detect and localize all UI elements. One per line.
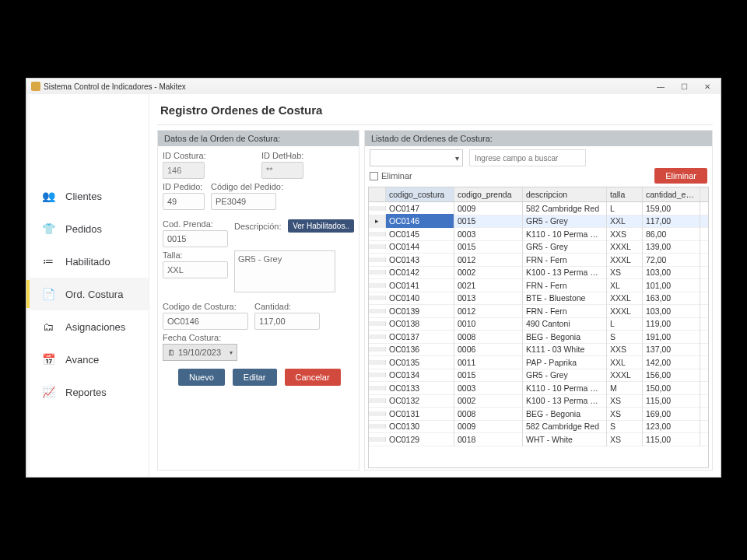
col-codigo-costura[interactable]: codigo_costura xyxy=(386,187,454,201)
sidebar-item-reportes[interactable]: 📈 Reportes xyxy=(26,376,149,408)
table-row[interactable]: OC01390012FRN - FernXXXL103,00 xyxy=(369,305,708,318)
cell-codigo-costura: OC0131 xyxy=(386,407,454,421)
cell-cantidad: 163,00 xyxy=(643,291,700,305)
cell-cantidad: 139,00 xyxy=(643,240,700,254)
table-row[interactable]: OC01420002K100 - 13 Perma BalckXS103,00 xyxy=(369,267,708,280)
users-icon: 👥 xyxy=(40,189,56,203)
input-id-pedido[interactable] xyxy=(163,193,205,210)
filter-select[interactable]: ▾ xyxy=(370,149,463,166)
input-id-dethab xyxy=(261,162,303,179)
row-indicator xyxy=(369,398,386,403)
eliminar-checkbox[interactable]: Eliminar xyxy=(370,171,412,180)
cell-codigo-prenda: 0011 xyxy=(454,355,523,369)
col-descripcion[interactable]: descripcion xyxy=(523,187,607,201)
table-row[interactable]: OC01450003K110 - 10 Perma BlackXXS86,00 xyxy=(369,228,708,241)
close-button[interactable]: ✕ xyxy=(696,79,719,93)
cancelar-button[interactable]: Cancelar xyxy=(285,369,341,386)
sidebar-item-pedidos[interactable]: 👕 Pedidos xyxy=(26,212,149,245)
cell-cantidad: 115,00 xyxy=(643,394,700,408)
sidebar-item-habilitado[interactable]: ≔ Habilitado xyxy=(26,245,149,278)
maximize-button[interactable]: ☐ xyxy=(672,79,696,93)
row-indicator xyxy=(369,296,386,300)
table-row[interactable]: OC01310008BEG - BegoniaXS169,00 xyxy=(369,408,708,421)
minimize-button[interactable]: — xyxy=(649,79,672,93)
table-row[interactable]: OC01370008BEG - BegoniaS191,00 xyxy=(369,331,708,344)
table-row[interactable]: OC01340015GR5 - GreyXXXL156,00 xyxy=(369,369,708,383)
row-indicator xyxy=(369,309,386,313)
table-row[interactable]: OC01360006K111 - 03 WhiteXXS137,00 xyxy=(369,344,708,357)
sidebar-item-label: Reportes xyxy=(65,387,107,398)
cell-codigo-prenda: 0018 xyxy=(454,432,523,446)
cell-talla: XS xyxy=(607,394,643,408)
col-talla[interactable]: talla xyxy=(607,187,643,201)
sidebar-item-avance[interactable]: 📅 Avance xyxy=(26,343,149,376)
input-id-costura xyxy=(163,162,205,179)
cell-codigo-prenda: 0008 xyxy=(454,407,523,421)
input-codigo-pedido[interactable] xyxy=(211,193,276,210)
cell-talla: XXXL xyxy=(607,240,643,254)
cell-descripcion: PAP - Paprika xyxy=(523,355,607,369)
table-row[interactable]: OC01400013BTE - BluestoneXXXL163,00 xyxy=(369,292,708,306)
table-row[interactable]: OC01470009582 Cambridge RedL159,00 xyxy=(369,202,708,215)
cell-codigo-prenda: 0002 xyxy=(454,265,523,279)
col-cantidad[interactable]: cantidad_escogi xyxy=(643,187,700,201)
sidebar-item-asignaciones[interactable]: 🗂 Asignaciones xyxy=(26,310,149,343)
table-row[interactable]: OC01380010490 CantoniL119,00 xyxy=(369,318,708,331)
cell-descripcion: BEG - Begonia xyxy=(523,407,607,421)
input-codigo-costura[interactable] xyxy=(163,313,248,330)
input-cantidad[interactable] xyxy=(254,313,320,330)
label-fecha: Fecha Costura: xyxy=(163,333,237,342)
table-row[interactable]: OC01300009582 Cambridge RedS123,00 xyxy=(369,421,708,434)
ver-habilitados-button[interactable]: Ver Habilitados.. xyxy=(288,219,354,233)
cell-descripcion: 582 Cambridge Red xyxy=(523,419,607,433)
form-panel: Datos de la Orden de Costura: ID Costura… xyxy=(157,130,359,471)
row-indicator xyxy=(369,257,386,262)
page-title: Registro Ordenes de Costura xyxy=(157,100,713,125)
list-panel-title: Listado de Ordenes de Costura: xyxy=(365,131,712,146)
cell-codigo-prenda: 0006 xyxy=(454,342,523,356)
textarea-descripcion[interactable]: GR5 - Grey xyxy=(234,250,335,292)
table-row[interactable]: OC01440015GR5 - GreyXXXL139,00 xyxy=(369,241,708,254)
cell-descripcion: GR5 - Grey xyxy=(523,240,607,254)
label-codigo-pedido: Código del Pedido: xyxy=(211,182,283,191)
table-row[interactable]: ▸OC01460015GR5 - GreyXXL117,00 xyxy=(369,215,708,229)
editar-button[interactable]: Editar xyxy=(233,369,277,386)
cell-codigo-costura: OC0145 xyxy=(386,227,454,241)
data-grid[interactable]: codigo_costura codigo_prenda descripcion… xyxy=(368,187,709,468)
eliminar-button[interactable]: Eliminar xyxy=(654,168,707,184)
sidebar-item-clientes[interactable]: 👥 Clientes xyxy=(26,180,149,212)
cell-talla: L xyxy=(607,317,643,331)
col-codigo-prenda[interactable]: codigo_prenda xyxy=(454,187,523,201)
cell-codigo-costura: OC0138 xyxy=(386,317,454,331)
grid-header: codigo_costura codigo_prenda descripcion… xyxy=(369,187,708,202)
eliminar-label: Eliminar xyxy=(381,171,412,180)
cell-codigo-costura: OC0140 xyxy=(386,291,454,305)
cell-codigo-costura: OC0143 xyxy=(386,253,454,267)
search-input[interactable] xyxy=(469,149,586,166)
row-indicator xyxy=(369,373,386,377)
cell-descripcion: FRN - Fern xyxy=(523,253,607,267)
cell-talla: M xyxy=(607,381,643,395)
label-codigo-costura: Codigo de Costura: xyxy=(163,302,248,311)
chevron-down-icon: ▾ xyxy=(455,154,459,163)
table-row[interactable]: OC01430012FRN - FernXXXL72,00 xyxy=(369,254,708,267)
cell-codigo-costura: OC0132 xyxy=(386,394,454,408)
cell-talla: S xyxy=(607,419,643,433)
table-row[interactable]: OC01290018WHT - WhiteXS115,00 xyxy=(369,433,708,446)
cell-descripcion: BTE - Bluestone xyxy=(523,291,607,305)
table-row[interactable]: OC01350011PAP - PaprikaXXL142,00 xyxy=(369,356,708,369)
input-talla[interactable] xyxy=(163,261,228,278)
input-fecha-costura[interactable]: 🗓 19/10/2023 ▾ xyxy=(163,344,237,361)
main-content: Registro Ordenes de Costura Datos de la … xyxy=(149,94,721,477)
cell-talla: L xyxy=(607,202,643,215)
table-row[interactable]: OC01410021FRN - FernXL101,00 xyxy=(369,279,708,292)
sidebar: 👥 Clientes 👕 Pedidos ≔ Habilitado 📄 Ord.… xyxy=(26,94,149,477)
cell-codigo-costura: OC0141 xyxy=(386,278,454,292)
table-row[interactable]: OC01330003K110 - 10 Perma BlackM150,00 xyxy=(369,382,708,395)
sidebar-item-ord-costura[interactable]: 📄 Ord. Costura xyxy=(26,278,149,310)
table-row[interactable]: OC01320002K100 - 13 Perma BalckXS115,00 xyxy=(369,395,708,408)
nuevo-button[interactable]: Nuevo xyxy=(178,369,225,386)
input-cod-prenda[interactable] xyxy=(163,230,228,247)
row-indicator xyxy=(369,283,386,288)
cell-codigo-costura: OC0144 xyxy=(386,240,454,254)
